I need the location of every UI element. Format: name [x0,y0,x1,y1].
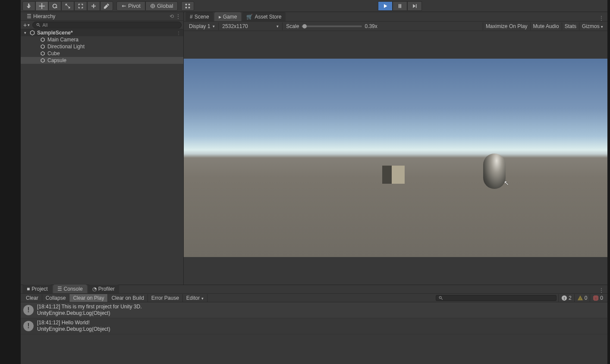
project-tab-label: Project [31,286,47,292]
error-counter[interactable]: ! 0 [590,294,606,302]
rotate-tool-button[interactable] [48,1,61,11]
gizmos-dropdown[interactable]: Gizmos ▾ [579,22,606,30]
folder-icon: ■ [27,286,30,292]
expand-icon[interactable]: ▾ [22,31,28,35]
cursor-icon: ↖ [504,179,509,186]
hierarchy-item-label: Cube [47,50,60,56]
info-counter[interactable]: ! 2 [558,294,574,302]
resolution-dropdown[interactable]: 2532x1170▾ [219,22,283,30]
hierarchy-header: ☰ Hierarchy ⟲ ⋮ [21,12,183,21]
hierarchy-icon: ☰ [27,13,31,19]
scale-value: 0.39x [365,23,377,29]
gameobject-icon [40,58,46,63]
game-tab-icon: ▸ [219,14,221,20]
row-menu-icon[interactable]: ⋮ [176,31,181,35]
hierarchy-panel: ☰ Hierarchy ⟲ ⋮ +▾ All ▾ Sam [21,12,184,285]
play-controls [378,1,422,11]
global-button[interactable]: Global [145,1,178,11]
transform-tool-button[interactable] [87,1,100,11]
scene-tab-icon: # [190,14,193,20]
hierarchy-item[interactable]: Main Camera [21,36,183,43]
pause-button[interactable] [393,1,407,11]
create-button[interactable]: +▾ [22,22,31,28]
profiler-icon: ◔ [92,286,97,292]
transform-tool-group [22,1,113,11]
hierarchy-item[interactable]: Capsule [21,57,183,64]
warn-counter[interactable]: ! 0 [574,294,590,302]
play-button[interactable] [378,1,393,11]
maximize-on-play-button[interactable]: Maximize On Play [483,22,530,30]
game-toolbar: Display 1▾ 2532x1170▾ Scale 0.39x Maximi… [184,22,607,31]
mute-audio-button[interactable]: Mute Audio [530,22,562,30]
svg-point-3 [439,296,441,298]
gameobject-icon [40,44,46,49]
log-row[interactable]: ![18:41:12] Hello World!UnityEngine.Debu… [21,318,607,334]
scene-icon [29,30,35,35]
panel-menu-icon[interactable]: ⋮ [176,13,181,19]
scale-tool-button[interactable] [61,1,74,11]
tab-scene[interactable]: # Scene [186,12,214,21]
globe-icon [150,3,155,9]
clear-button[interactable]: Clear [22,294,42,302]
bottom-tab-menu-icon[interactable]: ⋮ [595,287,607,293]
pivot-button[interactable]: Pivot [116,1,145,11]
console-panel: ■ Project ☰ Console ◔ Profiler ⋮ Clear C… [21,285,607,364]
error-count: 0 [600,295,603,301]
log-text: [18:41:12] Hello World!UnityEngine.Debug… [37,320,110,333]
profiler-tab-label: Profiler [98,286,115,292]
console-search-input[interactable] [436,295,557,301]
view-tab-menu-icon[interactable]: ⋮ [595,15,607,21]
log-counters: ! 2 ! 0 ! 0 [558,294,606,302]
snap-button[interactable] [181,1,194,11]
gameobject-icon [40,51,46,56]
info-icon: ! [23,321,34,331]
svg-text:!: ! [580,296,581,300]
hierarchy-item-label: Directional Light [47,44,85,50]
stats-button[interactable]: Stats [562,22,579,30]
scene-row[interactable]: ▾ SampleScene* ⋮ [21,29,183,36]
error-pause-button[interactable]: Error Pause [148,294,183,302]
game-view-panel: # Scene ▸ Game 🛒 Asset Store ⋮ Display 1… [184,12,607,285]
custom-tool-button[interactable] [100,1,113,11]
tab-console[interactable]: ☰ Console [53,285,87,293]
collapse-button[interactable]: Collapse [42,294,70,302]
editor-dropdown[interactable]: Editor ▾ [183,294,208,302]
gameobject-icon [40,37,46,42]
tab-project[interactable]: ■ Project [22,285,52,293]
hierarchy-search-input[interactable]: All [32,22,182,28]
capsule-object [483,154,506,189]
clear-on-play-button[interactable]: Clear on Play [69,294,108,302]
hierarchy-tab[interactable]: ☰ Hierarchy [23,13,59,20]
step-button[interactable] [407,1,422,11]
rect-tool-button[interactable] [74,1,87,11]
hierarchy-item[interactable]: Cube [21,50,183,57]
asset-store-tab-label: Asset Store [255,14,281,20]
console-log-list[interactable]: ![18:41:12] This is my first project for… [21,302,607,364]
tab-game[interactable]: ▸ Game [214,12,242,21]
hand-tool-button[interactable] [22,1,35,11]
error-icon: ! [593,295,599,301]
slider-thumb[interactable] [302,24,307,28]
search-icon [36,23,41,27]
log-row[interactable]: ![18:41:12] This is my first project for… [21,302,607,318]
tab-asset-store[interactable]: 🛒 Asset Store [242,12,286,21]
cube-object [382,166,405,184]
game-viewport[interactable]: ↖ [184,31,607,285]
game-toolbar-right: Maximize On Play Mute Audio Stats Gizmos… [483,22,606,30]
scene-tab-label: Scene [195,14,209,20]
global-label: Global [157,3,173,9]
scale-slider[interactable] [302,25,362,27]
tab-profiler[interactable]: ◔ Profiler [88,285,119,293]
clear-on-build-button[interactable]: Clear on Build [108,294,148,302]
log-text: [18:41:12] This is my first project for … [37,304,142,317]
hierarchy-item[interactable]: Directional Light [21,43,183,50]
resolution-label: 2532x1170 [222,23,248,29]
info-count: 2 [569,295,572,301]
hierarchy-toolbar: +▾ All [21,21,183,29]
display-dropdown[interactable]: Display 1▾ [186,22,219,30]
console-icon: ☰ [57,286,62,292]
bottom-tab-bar: ■ Project ☰ Console ◔ Profiler ⋮ [21,285,607,294]
lock-icon[interactable]: ⟲ [170,13,174,19]
move-tool-button[interactable] [35,1,48,11]
svg-point-2 [37,23,39,25]
